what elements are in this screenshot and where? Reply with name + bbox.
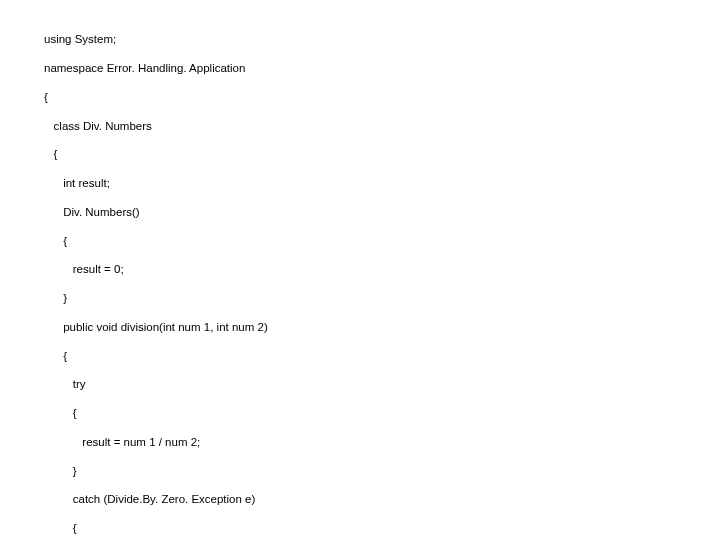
code-line: { bbox=[44, 349, 720, 363]
code-line: public void division(int num 1, int num … bbox=[44, 320, 720, 334]
code-line: { bbox=[44, 90, 720, 104]
code-line: Div. Numbers() bbox=[44, 205, 720, 219]
code-line: result = 0; bbox=[44, 262, 720, 276]
code-line: int result; bbox=[44, 176, 720, 190]
code-line: } bbox=[44, 291, 720, 305]
code-line: { bbox=[44, 234, 720, 248]
code-block: using System; namespace Error. Handling.… bbox=[0, 0, 720, 540]
code-line: } bbox=[44, 464, 720, 478]
code-line: catch (Divide.By. Zero. Exception e) bbox=[44, 492, 720, 506]
code-line: using System; bbox=[44, 32, 720, 46]
code-line: { bbox=[44, 406, 720, 420]
code-line: { bbox=[44, 521, 720, 535]
code-line: { bbox=[44, 147, 720, 161]
code-line: namespace Error. Handling. Application bbox=[44, 61, 720, 75]
code-line: try bbox=[44, 377, 720, 391]
code-line: class Div. Numbers bbox=[44, 119, 720, 133]
code-line: result = num 1 / num 2; bbox=[44, 435, 720, 449]
